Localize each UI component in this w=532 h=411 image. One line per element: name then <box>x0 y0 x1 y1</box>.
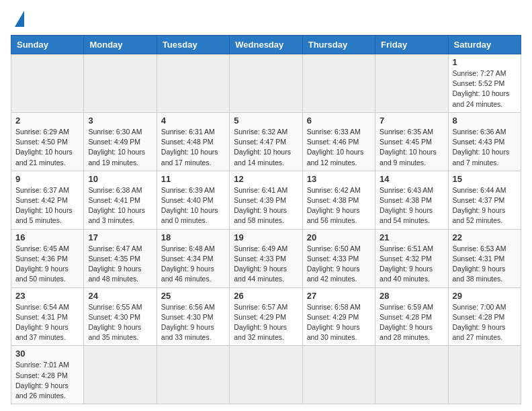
day-number: 16 <box>15 232 79 242</box>
day-info: Sunrise: 6:50 AM Sunset: 4:33 PM Dayligh… <box>307 244 371 285</box>
weekday-header-monday: Monday <box>84 36 157 54</box>
day-number: 2 <box>15 116 79 126</box>
day-number: 15 <box>453 174 517 184</box>
day-number: 22 <box>453 232 517 242</box>
calendar-cell: 8Sunrise: 6:36 AM Sunset: 4:43 PM Daylig… <box>448 112 521 171</box>
calendar-cell: 7Sunrise: 6:35 AM Sunset: 4:45 PM Daylig… <box>375 112 448 171</box>
day-number: 9 <box>15 174 79 184</box>
day-info: Sunrise: 6:48 AM Sunset: 4:34 PM Dayligh… <box>161 244 225 285</box>
calendar-cell <box>448 346 521 404</box>
calendar-cell: 6Sunrise: 6:33 AM Sunset: 4:46 PM Daylig… <box>302 112 375 171</box>
weekday-header-sunday: Sunday <box>11 36 84 54</box>
day-number: 3 <box>88 116 152 126</box>
calendar-cell: 29Sunrise: 7:00 AM Sunset: 4:28 PM Dayli… <box>448 287 521 346</box>
weekday-header-saturday: Saturday <box>448 36 521 54</box>
day-info: Sunrise: 6:54 AM Sunset: 4:31 PM Dayligh… <box>15 302 79 343</box>
day-number: 17 <box>88 232 152 242</box>
day-info: Sunrise: 6:30 AM Sunset: 4:49 PM Dayligh… <box>88 127 152 168</box>
day-info: Sunrise: 6:55 AM Sunset: 4:30 PM Dayligh… <box>88 302 152 343</box>
day-info: Sunrise: 6:51 AM Sunset: 4:32 PM Dayligh… <box>380 244 443 285</box>
calendar-cell: 19Sunrise: 6:49 AM Sunset: 4:33 PM Dayli… <box>230 229 302 287</box>
calendar-cell <box>375 54 448 113</box>
calendar-cell: 16Sunrise: 6:45 AM Sunset: 4:36 PM Dayli… <box>11 229 84 287</box>
day-number: 8 <box>453 116 517 126</box>
day-info: Sunrise: 7:27 AM Sunset: 5:52 PM Dayligh… <box>453 68 517 109</box>
day-info: Sunrise: 6:37 AM Sunset: 4:42 PM Dayligh… <box>15 185 79 226</box>
day-number: 11 <box>161 174 225 184</box>
weekday-header-thursday: Thursday <box>302 36 375 54</box>
logo-triangle-icon <box>15 11 24 27</box>
calendar-cell: 10Sunrise: 6:38 AM Sunset: 4:41 PM Dayli… <box>84 171 157 229</box>
day-info: Sunrise: 6:42 AM Sunset: 4:38 PM Dayligh… <box>307 185 371 226</box>
day-number: 18 <box>161 232 225 242</box>
day-number: 4 <box>161 116 225 126</box>
calendar-cell: 2Sunrise: 6:29 AM Sunset: 4:50 PM Daylig… <box>11 112 84 171</box>
calendar-body: 1Sunrise: 7:27 AM Sunset: 5:52 PM Daylig… <box>11 54 521 404</box>
calendar-cell: 13Sunrise: 6:42 AM Sunset: 4:38 PM Dayli… <box>302 171 375 229</box>
day-info: Sunrise: 6:35 AM Sunset: 4:45 PM Dayligh… <box>380 127 443 168</box>
day-number: 13 <box>307 174 371 184</box>
day-info: Sunrise: 7:01 AM Sunset: 4:28 PM Dayligh… <box>15 360 79 401</box>
calendar-cell: 5Sunrise: 6:32 AM Sunset: 4:47 PM Daylig… <box>230 112 302 171</box>
day-info: Sunrise: 6:38 AM Sunset: 4:41 PM Dayligh… <box>88 185 152 226</box>
day-number: 7 <box>380 116 443 126</box>
calendar-cell <box>302 54 375 113</box>
day-info: Sunrise: 6:29 AM Sunset: 4:50 PM Dayligh… <box>15 127 79 168</box>
calendar-cell: 11Sunrise: 6:39 AM Sunset: 4:40 PM Dayli… <box>157 171 229 229</box>
day-info: Sunrise: 6:45 AM Sunset: 4:36 PM Dayligh… <box>15 244 79 285</box>
logo <box>11 11 24 27</box>
day-info: Sunrise: 6:56 AM Sunset: 4:30 PM Dayligh… <box>161 302 225 343</box>
calendar-week-row: 30Sunrise: 7:01 AM Sunset: 4:28 PM Dayli… <box>11 346 521 404</box>
day-number: 19 <box>234 232 298 242</box>
day-number: 6 <box>307 116 371 126</box>
calendar-header: SundayMondayTuesdayWednesdayThursdayFrid… <box>11 36 521 54</box>
calendar-cell: 9Sunrise: 6:37 AM Sunset: 4:42 PM Daylig… <box>11 171 84 229</box>
calendar-week-row: 23Sunrise: 6:54 AM Sunset: 4:31 PM Dayli… <box>11 287 521 346</box>
calendar-cell: 12Sunrise: 6:41 AM Sunset: 4:39 PM Dayli… <box>230 171 302 229</box>
calendar-cell <box>84 54 157 113</box>
calendar-cell: 26Sunrise: 6:57 AM Sunset: 4:29 PM Dayli… <box>230 287 302 346</box>
day-number: 29 <box>453 291 517 301</box>
header <box>11 11 521 27</box>
calendar-week-row: 9Sunrise: 6:37 AM Sunset: 4:42 PM Daylig… <box>11 171 521 229</box>
calendar-cell <box>157 346 229 404</box>
day-info: Sunrise: 6:44 AM Sunset: 4:37 PM Dayligh… <box>453 185 517 226</box>
calendar-cell: 15Sunrise: 6:44 AM Sunset: 4:37 PM Dayli… <box>448 171 521 229</box>
calendar-cell <box>11 54 84 113</box>
calendar-cell: 25Sunrise: 6:56 AM Sunset: 4:30 PM Dayli… <box>157 287 229 346</box>
day-number: 1 <box>453 57 517 67</box>
day-number: 14 <box>380 174 443 184</box>
calendar-cell: 18Sunrise: 6:48 AM Sunset: 4:34 PM Dayli… <box>157 229 229 287</box>
day-info: Sunrise: 6:57 AM Sunset: 4:29 PM Dayligh… <box>234 302 298 343</box>
calendar-cell <box>84 346 157 404</box>
day-info: Sunrise: 6:33 AM Sunset: 4:46 PM Dayligh… <box>307 127 371 168</box>
weekday-header-wednesday: Wednesday <box>230 36 302 54</box>
calendar-cell: 4Sunrise: 6:31 AM Sunset: 4:48 PM Daylig… <box>157 112 229 171</box>
calendar-cell <box>375 346 448 404</box>
day-number: 24 <box>88 291 152 301</box>
calendar-cell: 3Sunrise: 6:30 AM Sunset: 4:49 PM Daylig… <box>84 112 157 171</box>
calendar-cell: 22Sunrise: 6:53 AM Sunset: 4:31 PM Dayli… <box>448 229 521 287</box>
calendar-cell <box>157 54 229 113</box>
calendar-cell <box>230 346 302 404</box>
day-info: Sunrise: 6:36 AM Sunset: 4:43 PM Dayligh… <box>453 127 517 168</box>
day-number: 10 <box>88 174 152 184</box>
weekday-header-row: SundayMondayTuesdayWednesdayThursdayFrid… <box>11 36 521 54</box>
calendar-week-row: 2Sunrise: 6:29 AM Sunset: 4:50 PM Daylig… <box>11 112 521 171</box>
calendar-cell: 17Sunrise: 6:47 AM Sunset: 4:35 PM Dayli… <box>84 229 157 287</box>
calendar-cell: 27Sunrise: 6:58 AM Sunset: 4:29 PM Dayli… <box>302 287 375 346</box>
day-info: Sunrise: 6:39 AM Sunset: 4:40 PM Dayligh… <box>161 185 225 226</box>
day-number: 12 <box>234 174 298 184</box>
calendar-week-row: 16Sunrise: 6:45 AM Sunset: 4:36 PM Dayli… <box>11 229 521 287</box>
day-number: 20 <box>307 232 371 242</box>
day-number: 26 <box>234 291 298 301</box>
day-info: Sunrise: 7:00 AM Sunset: 4:28 PM Dayligh… <box>453 302 517 343</box>
day-info: Sunrise: 6:41 AM Sunset: 4:39 PM Dayligh… <box>234 185 298 226</box>
day-info: Sunrise: 6:43 AM Sunset: 4:38 PM Dayligh… <box>380 185 443 226</box>
calendar-cell: 30Sunrise: 7:01 AM Sunset: 4:28 PM Dayli… <box>11 346 84 404</box>
calendar-cell <box>230 54 302 113</box>
day-number: 5 <box>234 116 298 126</box>
calendar-cell: 28Sunrise: 6:59 AM Sunset: 4:28 PM Dayli… <box>375 287 448 346</box>
day-number: 21 <box>380 232 443 242</box>
day-info: Sunrise: 6:49 AM Sunset: 4:33 PM Dayligh… <box>234 244 298 285</box>
